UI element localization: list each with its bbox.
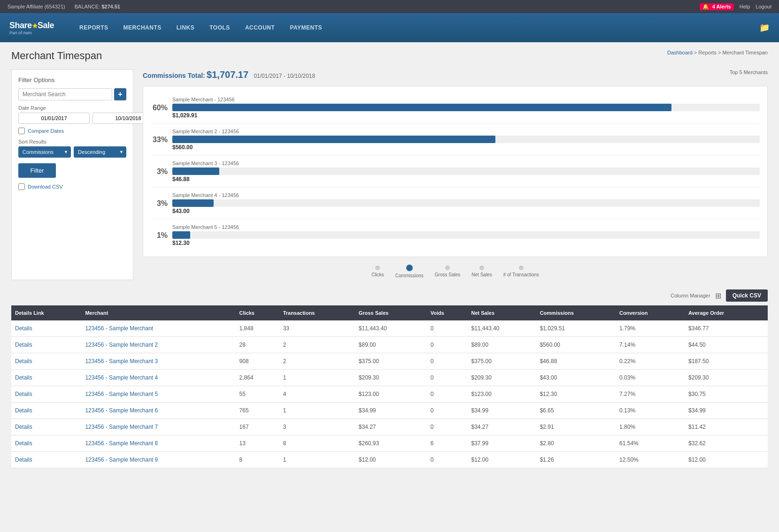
details-link[interactable]: Details	[11, 403, 81, 419]
merchant-link-anchor[interactable]: 123456 - Sample Merchant 2	[85, 342, 158, 348]
chart-container: 60% Sample Merchant - 123456 $1,029.91 3…	[143, 86, 768, 257]
details-link[interactable]: Details	[11, 452, 81, 468]
bar-row: 33% Sample Merchant 2 - 123456 $560.00	[151, 124, 760, 156]
merchant-link-anchor[interactable]: 123456 - Sample Merchant	[85, 325, 153, 332]
bar-section: Sample Merchant 3 - 123456 $46.88	[172, 160, 760, 182]
page-header: Merchant Timespan Dashboard > Reports > …	[11, 50, 768, 62]
filter-button[interactable]: Filter	[18, 163, 56, 178]
merchant-link[interactable]: 123456 - Sample Merchant	[81, 320, 235, 337]
nav-account[interactable]: ACCOUNT	[239, 21, 282, 35]
dot-label: Clicks	[371, 272, 384, 277]
merchant-link-anchor[interactable]: 123456 - Sample Merchant 6	[85, 407, 158, 414]
voids-cell: 0	[427, 353, 468, 370]
merchant-link[interactable]: 123456 - Sample Merchant 6	[81, 403, 235, 419]
details-link[interactable]: Details	[11, 320, 81, 337]
voids-cell: 0	[427, 370, 468, 386]
column-manager-icon[interactable]: ⊞	[715, 291, 721, 300]
clicks-cell: 8	[236, 452, 279, 468]
compare-dates-label[interactable]: Compare Dates	[28, 128, 64, 134]
dot-item[interactable]: Gross Sales	[429, 266, 466, 277]
nav-payments[interactable]: PAYMENTS	[283, 21, 329, 35]
dot-item[interactable]: Clicks	[366, 266, 390, 277]
sort-row: Commissions Clicks Gross Sales Descendin…	[18, 146, 126, 158]
sort-order-select[interactable]: Descending Ascending	[74, 146, 126, 158]
download-csv-link[interactable]: Download CSV	[28, 184, 63, 190]
nav-bar: Share★Sale Part of Awin REPORTS MERCHANT…	[0, 13, 779, 42]
merchant-search-input[interactable]	[18, 88, 112, 100]
merchant-link-anchor[interactable]: 123456 - Sample Merchant 4	[85, 374, 158, 381]
merchant-link-anchor[interactable]: 123456 - Sample Merchant 8	[85, 440, 158, 447]
merchant-link[interactable]: 123456 - Sample Merchant 8	[81, 435, 235, 452]
merchant-link[interactable]: 123456 - Sample Merchant 4	[81, 370, 235, 386]
details-link[interactable]: Details	[11, 419, 81, 435]
compare-dates-checkbox[interactable]	[18, 128, 25, 134]
details-link[interactable]: Details	[11, 370, 81, 386]
breadcrumb-dashboard[interactable]: Dashboard	[667, 50, 693, 55]
conversion-cell: 7.27%	[616, 386, 685, 403]
logout-link[interactable]: Logout	[756, 4, 771, 9]
merchant-link[interactable]: 123456 - Sample Merchant 2	[81, 337, 235, 353]
details-link-anchor[interactable]: Details	[15, 456, 32, 463]
quick-csv-button[interactable]: Quick CSV	[726, 289, 768, 302]
folder-icon[interactable]: 📁	[759, 23, 770, 32]
details-link[interactable]: Details	[11, 386, 81, 403]
merchant-link-anchor[interactable]: 123456 - Sample Merchant 3	[85, 358, 158, 365]
merchant-link[interactable]: 123456 - Sample Merchant 9	[81, 452, 235, 468]
details-link-anchor[interactable]: Details	[15, 358, 32, 365]
commissions-header: Commissions Total: $1,707.17 01/01/2017 …	[143, 69, 768, 80]
net-sales-cell: $89.00	[467, 337, 536, 353]
transactions-cell: 8	[279, 435, 355, 452]
download-csv-checkbox[interactable]	[18, 183, 25, 190]
details-link-anchor[interactable]: Details	[15, 325, 32, 332]
details-link-anchor[interactable]: Details	[15, 424, 32, 430]
bar-pct: 3%	[151, 167, 168, 176]
nav-reports[interactable]: REPORTS	[73, 21, 115, 35]
commissions-total: $1,707.17	[207, 69, 248, 80]
help-link[interactable]: Help	[740, 4, 750, 9]
voids-cell: 0	[427, 337, 468, 353]
bar-fill	[172, 104, 671, 111]
gross-sales-cell: $123.00	[355, 386, 427, 403]
transactions-cell: 3	[279, 419, 355, 435]
table-header: Conversion	[616, 305, 685, 320]
dot-item[interactable]: Commissions	[390, 265, 429, 278]
dot-item[interactable]: Net Sales	[466, 266, 497, 277]
nav-merchants[interactable]: MERCHANTS	[117, 21, 168, 35]
merchant-link[interactable]: 123456 - Sample Merchant 5	[81, 386, 235, 403]
details-link[interactable]: Details	[11, 337, 81, 353]
commissions-date: 01/01/2017 - 10/10/2018	[254, 73, 315, 79]
alerts-badge[interactable]: 🔔 4 Alerts	[700, 3, 734, 10]
details-link[interactable]: Details	[11, 353, 81, 370]
details-link[interactable]: Details	[11, 435, 81, 452]
merchant-link[interactable]: 123456 - Sample Merchant 7	[81, 419, 235, 435]
sort-label: Sort Results	[18, 139, 126, 144]
bar-amount: $46.88	[172, 176, 760, 182]
net-sales-cell: $11,443.40	[467, 320, 536, 337]
table-row: Details123456 - Sample Merchant 67651$34…	[11, 403, 768, 419]
conversion-cell: 61.54%	[616, 435, 685, 452]
details-link-anchor[interactable]: Details	[15, 391, 32, 397]
voids-cell: 0	[427, 320, 468, 337]
nav-tools[interactable]: TOOLS	[203, 21, 237, 35]
details-link-anchor[interactable]: Details	[15, 374, 32, 381]
merchant-link[interactable]: 123456 - Sample Merchant 3	[81, 353, 235, 370]
filter-title: Filter Options	[18, 76, 126, 84]
sort-by-select[interactable]: Commissions Clicks Gross Sales	[18, 146, 71, 158]
commissions-cell: $1,029.51	[536, 320, 616, 337]
bar-pct: 60%	[151, 104, 168, 112]
details-link-anchor[interactable]: Details	[15, 440, 32, 447]
clicks-cell: 2,864	[236, 370, 279, 386]
merchant-link-anchor[interactable]: 123456 - Sample Merchant 7	[85, 424, 158, 430]
bar-pct: 33%	[151, 136, 168, 144]
details-link-anchor[interactable]: Details	[15, 407, 32, 414]
merchant-link-anchor[interactable]: 123456 - Sample Merchant 5	[85, 391, 158, 397]
merchant-link-anchor[interactable]: 123456 - Sample Merchant 9	[85, 456, 158, 463]
date-from-input[interactable]	[18, 113, 90, 124]
nav-links[interactable]: LINKS	[170, 21, 201, 35]
add-merchant-button[interactable]: +	[114, 88, 126, 100]
bar-track	[172, 231, 760, 239]
bar-fill	[172, 199, 214, 207]
dots-nav: Clicks Commissions Gross Sales Net Sales…	[143, 265, 768, 278]
details-link-anchor[interactable]: Details	[15, 342, 32, 348]
dot-item[interactable]: # of Transactions	[498, 266, 545, 277]
